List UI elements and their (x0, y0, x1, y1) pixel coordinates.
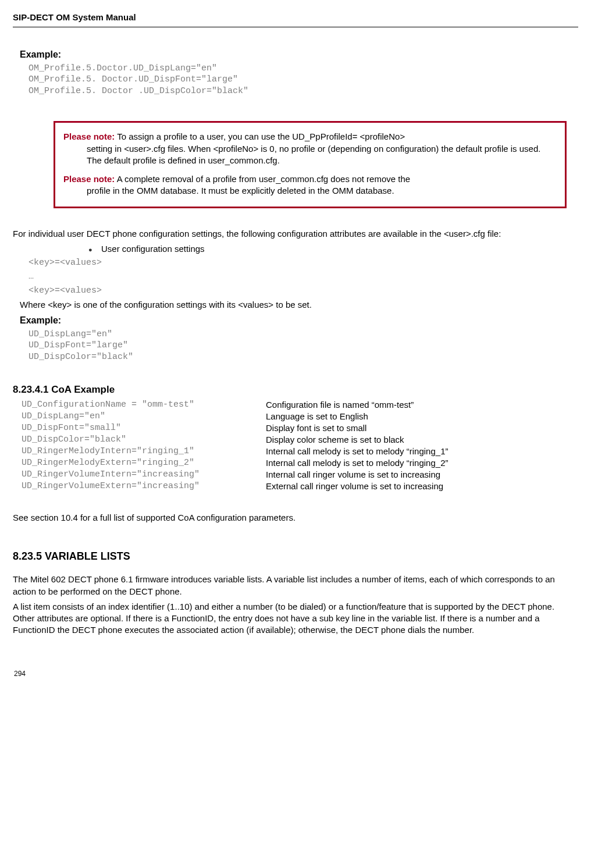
see-section: See section 10.4 for a full list of supp… (13, 512, 578, 524)
kv-code-block: <key>=<values> … <key>=<values> (20, 256, 578, 298)
bullet-user-config: ● User configuration settings (88, 243, 578, 255)
header-rule (13, 27, 578, 27)
example-2-code: UD_DispLang="en" UD_DispFont="large" UD_… (20, 329, 578, 363)
page-number: 294 (14, 669, 578, 678)
example-2-label: Example: (20, 314, 578, 327)
coa-desc-col: Configuration file is named “omm-test” L… (266, 399, 448, 492)
coa-code-col: UD_ConfigurationName = "omm-test" UD_Dis… (13, 399, 266, 492)
note-1-lead: To assign a profile to a user, you can u… (115, 131, 405, 141)
note-2-lead: A complete removal of a profile from use… (115, 174, 410, 184)
note-2-rest: profile in the OMM database. It must be … (87, 185, 557, 197)
note-1-rest: setting in <user>.cfg files. When <profi… (87, 143, 557, 167)
varlists-heading: 8.23.5 VARIABLE LISTS (13, 549, 578, 563)
note-1: Please note: To assign a profile to a us… (63, 131, 557, 166)
doc-header-title: SIP-DECT OM System Manual (13, 12, 578, 23)
note-1-label: Please note: (63, 131, 115, 141)
note-2: Please note: A complete removal of a pro… (63, 173, 557, 197)
varlists-p1: The Mitel 602 DECT phone 6.1 firmware in… (13, 574, 578, 597)
coa-heading: 8.23.4.1 CoA Example (13, 383, 578, 397)
coa-code: UD_ConfigurationName = "omm-test" UD_Dis… (22, 399, 266, 492)
intro-paragraph: For individual user DECT phone configura… (13, 228, 578, 240)
where-line: Where <key> is one of the configuration … (20, 299, 578, 311)
note-box: Please note: To assign a profile to a us… (54, 121, 567, 208)
example-1-code: OM_Profile.5.Doctor.UD_DispLang="en" OM_… (20, 63, 578, 97)
coa-example-row: UD_ConfigurationName = "omm-test" UD_Dis… (13, 399, 578, 492)
bullet-icon: ● (88, 243, 101, 255)
varlists-p2: A list item consists of an index identif… (13, 601, 578, 636)
note-2-label: Please note: (63, 174, 115, 184)
example-1-label: Example: (20, 48, 578, 61)
bullet-label: User configuration settings (101, 243, 205, 255)
